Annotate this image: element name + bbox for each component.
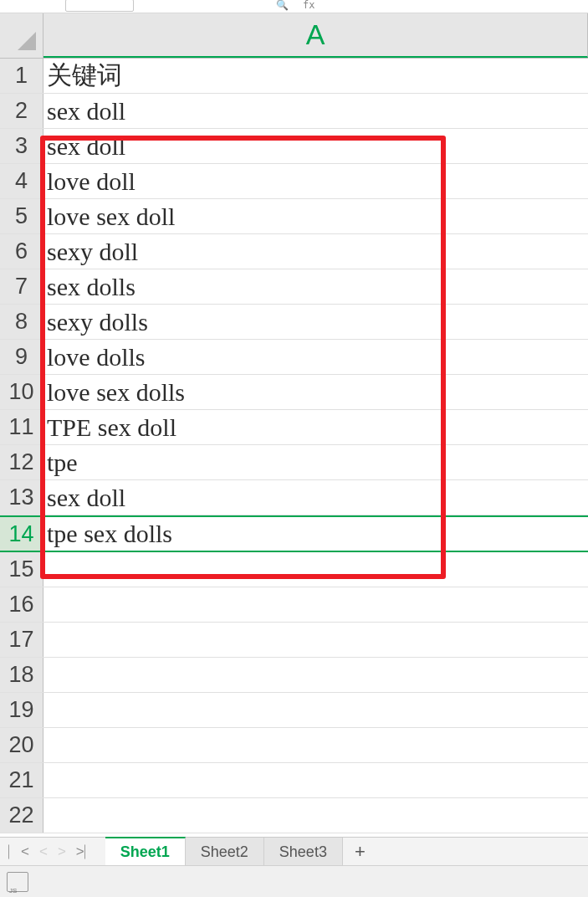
cell-value: sex doll [47,97,125,126]
cell-A1[interactable]: 关键词 [43,59,588,93]
cell-value: sex dolls [47,273,135,301]
row-header[interactable]: 14 [0,517,43,551]
cell-A8[interactable]: sexy dolls [43,305,588,339]
tab-label: Sheet2 [201,843,248,861]
row-header[interactable]: 22 [0,798,43,833]
row-header[interactable]: 11 [0,410,43,444]
cell-value: sex doll [47,132,125,161]
column-header-A[interactable]: A [43,13,588,58]
table-row: 7sex dolls [0,269,588,305]
table-row: 14tpe sex dolls [0,515,588,552]
table-row: 18 [0,658,588,693]
row-header-label: 6 [15,238,28,264]
cell-A6[interactable]: sexy doll [43,234,588,269]
cell-A22[interactable] [43,798,588,833]
tab-sheet1[interactable]: Sheet1 [105,837,186,866]
row-header[interactable]: 5 [0,199,43,233]
select-all-corner[interactable] [0,13,43,58]
toolbar-strip: 🔍 fx [0,0,588,13]
row-header[interactable]: 9 [0,340,43,374]
cell-value: sex doll [47,484,125,512]
search-icon[interactable]: 🔍 [276,0,289,12]
row-header[interactable]: 4 [0,164,43,198]
row-header-label: 17 [8,627,33,653]
row-header-label: 22 [8,802,33,828]
cell-A9[interactable]: love dolls [43,340,588,374]
row-header-label: 9 [15,344,28,370]
cell-A4[interactable]: love doll [43,164,588,198]
tabs-prev-icon[interactable]: < [39,843,48,860]
macro-recorder-icon[interactable] [7,872,28,892]
row-header[interactable]: 7 [0,269,43,304]
tab-sheet2[interactable]: Sheet2 [186,838,264,866]
row-header-label: 5 [15,203,28,229]
row-header-label: 2 [15,98,28,124]
cell-A3[interactable]: sex doll [43,129,588,163]
table-row: 8sexy dolls [0,305,588,340]
row-header[interactable]: 21 [0,763,43,797]
cell-A11[interactable]: TPE sex doll [43,410,588,444]
cell-A20[interactable] [43,728,588,762]
tabs-first-icon[interactable]: ⎸< [8,843,29,860]
table-row: 1关键词 [0,59,588,94]
row-header[interactable]: 3 [0,129,43,163]
row-header-label: 15 [8,556,33,582]
row-header-label: 8 [15,309,28,335]
row-header-label: 12 [8,449,33,475]
tabs-last-icon[interactable]: >⎸ [76,843,97,860]
sheet-tabs-bar: ⎸< < > >⎸ Sheet1Sheet2Sheet3 + [0,837,588,866]
table-row: 6sexy doll [0,234,588,269]
row-header[interactable]: 8 [0,305,43,339]
row-header[interactable]: 15 [0,552,43,587]
cell-value: love sex doll [47,202,175,231]
table-row: 15 [0,552,588,587]
cell-A5[interactable]: love sex doll [43,199,588,233]
row-header-label: 14 [8,521,33,547]
row-header[interactable]: 10 [0,375,43,409]
tab-label: Sheet1 [120,843,170,861]
row-header-label: 10 [8,379,33,405]
row-header[interactable]: 12 [0,445,43,479]
row-header[interactable]: 16 [0,587,43,622]
select-all-triangle-icon [18,32,36,50]
table-row: 12tpe [0,445,588,480]
row-header[interactable]: 1 [0,59,43,93]
add-sheet-button[interactable]: + [343,838,377,866]
cell-A18[interactable] [43,658,588,692]
row-header-label: 13 [8,484,33,510]
table-row: 5love sex doll [0,199,588,234]
table-row: 17 [0,623,588,658]
cell-value: sexy doll [47,238,138,266]
row-header[interactable]: 19 [0,693,43,727]
name-box[interactable] [65,0,134,12]
cell-A14[interactable]: tpe sex dolls [43,517,588,551]
cell-A13[interactable]: sex doll [43,480,588,515]
row-header[interactable]: 2 [0,94,43,128]
cell-A10[interactable]: love sex dolls [43,375,588,409]
cell-A2[interactable]: sex doll [43,94,588,128]
spreadsheet-grid[interactable]: A 1关键词2sex doll3sex doll4love doll5love … [0,13,588,833]
cell-A16[interactable] [43,587,588,622]
fx-icon[interactable]: fx [303,0,314,11]
row-header[interactable]: 6 [0,234,43,269]
row-header[interactable]: 17 [0,623,43,657]
cell-value: love sex dolls [47,378,185,407]
row-header-label: 11 [8,414,33,440]
row-header[interactable]: 20 [0,728,43,762]
row-header[interactable]: 13 [0,480,43,515]
cell-A15[interactable] [43,552,588,587]
cell-A21[interactable] [43,763,588,797]
cell-A12[interactable]: tpe [43,445,588,479]
tabs-next-icon[interactable]: > [58,843,66,860]
cell-A17[interactable] [43,623,588,657]
cell-value: love dolls [47,343,146,372]
table-row: 3sex doll [0,129,588,164]
row-header-label: 3 [15,133,28,159]
cell-A7[interactable]: sex dolls [43,269,588,304]
cell-A19[interactable] [43,693,588,727]
tab-sheet3[interactable]: Sheet3 [264,838,343,866]
row-header[interactable]: 18 [0,658,43,692]
row-header-label: 7 [15,274,28,300]
row-header-label: 20 [8,732,33,758]
row-header-label: 1 [15,63,28,89]
